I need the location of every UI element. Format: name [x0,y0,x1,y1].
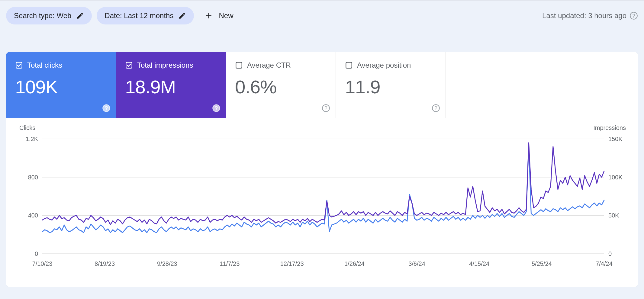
svg-text:12/17/23: 12/17/23 [280,260,304,267]
help-icon[interactable]: ? [102,104,111,114]
last-updated: Last updated: 3 hours ago ? [542,11,638,20]
svg-rect-8 [236,62,242,68]
svg-text:?: ? [105,105,108,111]
chart-svg: 04008001.2K050K100K150K7/10/238/19/239/2… [18,127,628,272]
svg-text:11/7/23: 11/7/23 [220,260,240,267]
svg-text:7/10/23: 7/10/23 [32,260,53,267]
svg-text:800: 800 [28,174,38,181]
svg-text:5/25/24: 5/25/24 [532,260,552,267]
plus-icon [204,11,213,20]
svg-text:150K: 150K [608,136,623,142]
metric-label: Average CTR [247,61,291,69]
help-icon[interactable]: ? [432,104,440,114]
metric-tab-clicks[interactable]: Total clicks 109K ? [6,52,116,118]
metric-tabs: Total clicks 109K ? Total impressions 18… [6,52,638,118]
performance-chart: Clicks Impressions 04008001.2K050K100K15… [6,118,638,287]
metric-tab-ctr[interactable]: Average CTR 0.6% ? [226,52,336,118]
date-range-label: Date: Last 12 months [105,11,173,20]
svg-text:8/19/23: 8/19/23 [95,260,115,267]
checkbox-checked-icon [15,61,23,69]
metric-label: Total impressions [137,61,193,69]
svg-text:?: ? [632,13,635,18]
add-filter-button[interactable]: New [204,11,233,20]
svg-text:100K: 100K [608,174,623,181]
y-axis-right-title: Impressions [593,124,626,131]
metric-value: 18.9M [125,76,219,98]
svg-text:?: ? [324,105,327,111]
search-type-chip[interactable]: Search type: Web [6,7,92,24]
svg-text:7/4/24: 7/4/24 [596,260,613,267]
pencil-icon [178,12,186,20]
svg-text:1.2K: 1.2K [26,136,38,142]
metric-value: 109K [15,76,109,98]
checkbox-checked-icon [125,61,133,69]
add-filter-label: New [219,11,233,20]
help-icon[interactable]: ? [322,104,330,114]
svg-text:9/28/23: 9/28/23 [157,260,177,267]
svg-text:0: 0 [35,250,38,257]
y-axis-left-title: Clicks [19,124,35,131]
checkbox-unchecked-icon [345,61,353,69]
metric-tab-position[interactable]: Average position 11.9 ? [336,52,446,118]
metric-value: 11.9 [345,76,439,98]
svg-text:3/6/24: 3/6/24 [408,260,425,267]
last-updated-text: Last updated: 3 hours ago [542,11,626,20]
checkbox-unchecked-icon [235,61,243,69]
help-icon[interactable]: ? [212,104,221,114]
metric-label: Average position [357,61,411,69]
metric-value: 0.6% [235,76,329,98]
performance-card: Total clicks 109K ? Total impressions 18… [6,52,638,287]
metric-tab-impressions[interactable]: Total impressions 18.9M ? [116,52,226,118]
help-icon[interactable]: ? [630,11,638,20]
svg-text:0: 0 [608,250,612,257]
metric-label: Total clicks [27,61,62,69]
svg-text:1/26/24: 1/26/24 [344,260,365,267]
filter-bar: Search type: Web Date: Last 12 months Ne… [6,1,638,31]
svg-text:?: ? [434,105,437,111]
svg-text:400: 400 [28,212,38,219]
svg-text:50K: 50K [608,212,619,219]
svg-text:4/15/24: 4/15/24 [469,260,489,267]
pencil-icon [76,12,84,20]
search-type-label: Search type: Web [14,11,71,20]
date-range-chip[interactable]: Date: Last 12 months [97,7,194,24]
svg-text:?: ? [215,105,217,111]
svg-rect-11 [346,62,352,68]
